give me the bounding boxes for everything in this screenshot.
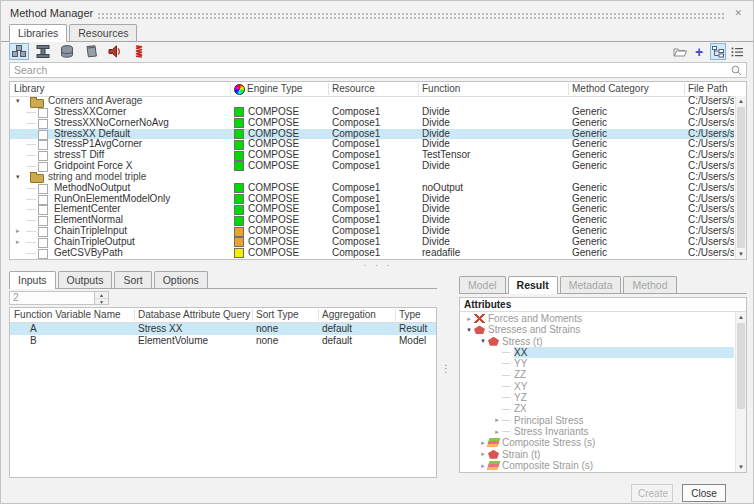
attribute-tree-item[interactable]: ▾Stresses and Strains: [460, 324, 734, 335]
expander-icon[interactable]: ▸: [492, 428, 502, 436]
tab-libraries[interactable]: Libraries: [9, 24, 67, 42]
row-checkbox[interactable]: [38, 140, 48, 150]
scrollbar-thumb[interactable]: [737, 107, 745, 248]
close-icon[interactable]: ✕: [734, 8, 742, 18]
open-folder-icon[interactable]: [672, 43, 688, 60]
tab-resources[interactable]: Resources: [69, 24, 137, 41]
engine-color-swatch: [234, 205, 244, 215]
attribute-tree-item[interactable]: XY: [460, 381, 734, 392]
variable-row[interactable]: BElementVolumenonedefaultModel: [10, 335, 436, 347]
scroll-up-icon[interactable]: ▲: [736, 312, 746, 322]
book-icon[interactable]: [81, 43, 101, 60]
expander-icon[interactable]: ▾: [464, 326, 474, 334]
column-method-category[interactable]: Method Category: [572, 83, 649, 94]
library-row[interactable]: MethodNoOutputCOMPOSECompose1noOutputGen…: [10, 183, 734, 194]
input-count-stepper[interactable]: 2 ▲ ▼: [9, 291, 109, 305]
row-checkbox[interactable]: [38, 238, 48, 248]
attribute-tree-item[interactable]: ▸Forces and Moments: [460, 313, 734, 324]
scroll-up-icon[interactable]: ▲: [736, 96, 746, 106]
library-row[interactable]: StressXXNoCornerNoAvgCOMPOSECompose1Divi…: [10, 118, 734, 129]
tab-options[interactable]: Options: [154, 271, 208, 288]
expander-icon[interactable]: ▸: [16, 226, 20, 237]
attribute-label: ZX: [514, 403, 734, 414]
attribute-tree-item[interactable]: ▾Stress (t): [460, 336, 734, 347]
aggregation-cell: default: [322, 323, 352, 334]
ibeam-icon[interactable]: [33, 43, 53, 60]
column-file-path[interactable]: File Path: [688, 83, 727, 94]
expander-icon[interactable]: ▾: [16, 96, 20, 107]
tab-metadata[interactable]: Metadata: [560, 276, 622, 293]
scroll-down-icon[interactable]: ▼: [736, 249, 746, 259]
row-checkbox[interactable]: [38, 130, 48, 140]
row-checkbox[interactable]: [38, 162, 48, 172]
row-checkbox[interactable]: [38, 205, 48, 215]
attribute-tree-item[interactable]: ▸Stress Invariants: [460, 426, 734, 437]
spring-icon[interactable]: [129, 43, 149, 60]
attributes-scrollbar[interactable]: ▲ ▼: [735, 312, 746, 472]
expander-icon[interactable]: ▸: [492, 416, 502, 424]
stepper-down-icon[interactable]: ▼: [95, 299, 108, 305]
tab-outputs[interactable]: Outputs: [58, 271, 113, 288]
stress-icon: [474, 325, 485, 334]
attribute-tree-item[interactable]: ▸Composite Strain (s): [460, 460, 734, 471]
close-button[interactable]: Close: [682, 484, 726, 502]
horizontal-splitter[interactable]: · · ·: [9, 262, 747, 271]
engine-type-label: COMPOSE: [248, 248, 299, 259]
speaker-icon[interactable]: [105, 43, 125, 60]
tab-sort[interactable]: Sort: [114, 271, 151, 288]
list-view-icon[interactable]: [729, 43, 745, 60]
tree-view-icon[interactable]: [710, 43, 726, 60]
cubes-icon[interactable]: [9, 43, 29, 60]
attribute-tree-item[interactable]: YZ: [460, 392, 734, 403]
column-attribute-query[interactable]: Database Attribute Query: [138, 309, 250, 320]
database-icon[interactable]: [57, 43, 77, 60]
variable-rows: AStress XXnonedefaultResultBElementVolum…: [10, 323, 436, 346]
row-checkbox[interactable]: [38, 119, 48, 129]
attribute-tree-item[interactable]: YY: [460, 358, 734, 369]
function-variables-table: Function Variable Name Database Attribut…: [9, 307, 437, 478]
expander-icon[interactable]: ▾: [16, 172, 20, 183]
attribute-tree-item[interactable]: ▸Principal Stress: [460, 415, 734, 426]
row-checkbox[interactable]: [38, 216, 48, 226]
vertical-splitter[interactable]: ⋮: [441, 363, 451, 374]
row-checkbox[interactable]: [38, 195, 48, 205]
variable-row[interactable]: AStress XXnonedefaultResult: [10, 323, 436, 335]
row-checkbox[interactable]: [38, 108, 48, 118]
tab-model[interactable]: Model: [459, 276, 506, 293]
expander-icon[interactable]: ▸: [478, 450, 488, 458]
row-checkbox[interactable]: [38, 151, 48, 161]
column-sort-type[interactable]: Sort Type: [256, 309, 299, 320]
column-resource[interactable]: Resource: [332, 83, 375, 94]
attribute-tree-item[interactable]: ▸Composite Stress (s): [460, 437, 734, 448]
column-library[interactable]: Library: [14, 83, 45, 94]
stepper-up-icon[interactable]: ▲: [95, 292, 108, 299]
attribute-tree-item[interactable]: ZZ: [460, 369, 734, 380]
expander-icon[interactable]: ▾: [478, 337, 488, 345]
scrollbar-thumb[interactable]: [737, 323, 745, 409]
attribute-tree-item[interactable]: XX: [460, 347, 734, 358]
engine-color-swatch: [234, 140, 244, 150]
tab-method[interactable]: Method: [623, 276, 676, 293]
create-button[interactable]: Create: [631, 484, 673, 502]
column-aggregation[interactable]: Aggregation: [322, 309, 376, 320]
drag-handle[interactable]: [97, 12, 725, 19]
add-icon[interactable]: +: [691, 43, 707, 60]
engine-color-swatch: [234, 227, 244, 237]
row-checkbox[interactable]: [38, 227, 48, 237]
tab-result[interactable]: Result: [508, 276, 558, 294]
attribute-tree-item[interactable]: ▸Strain (t): [460, 449, 734, 460]
row-checkbox[interactable]: [38, 184, 48, 194]
attribute-tree-item[interactable]: ZX: [460, 403, 734, 414]
tab-inputs[interactable]: Inputs: [9, 271, 56, 289]
library-scrollbar[interactable]: ▲ ▼: [735, 96, 746, 259]
search-input[interactable]: Search: [9, 62, 747, 78]
column-variable-name[interactable]: Function Variable Name: [14, 309, 121, 320]
expander-icon[interactable]: ▸: [464, 315, 474, 323]
scroll-down-icon[interactable]: ▼: [736, 462, 746, 472]
column-function[interactable]: Function: [422, 83, 460, 94]
library-row[interactable]: GetCSVByPathCOMPOSECompose1readafileGene…: [10, 248, 734, 259]
column-engine-type[interactable]: Engine Type: [247, 83, 302, 94]
expander-icon[interactable]: ▸: [16, 237, 20, 248]
row-checkbox[interactable]: [38, 249, 48, 259]
column-type[interactable]: Type: [399, 309, 421, 320]
